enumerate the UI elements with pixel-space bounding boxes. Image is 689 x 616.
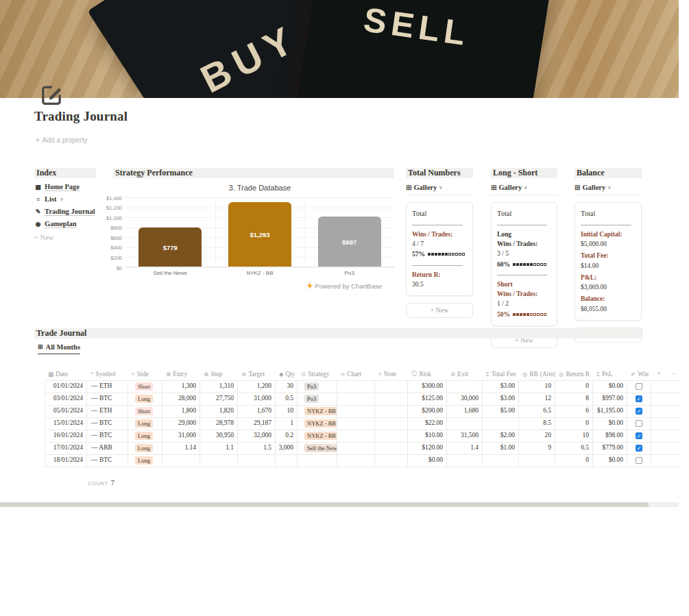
cell-rr_aim[interactable]: 9 xyxy=(519,443,555,454)
cell-entry[interactable]: 1,300 xyxy=(162,381,200,393)
cell-qty[interactable]: 0.2 xyxy=(276,430,298,442)
cell-strategy[interactable]: NYKZ - BB xyxy=(298,418,337,430)
cell-qty[interactable] xyxy=(276,455,298,467)
win-checkbox-unchecked[interactable] xyxy=(636,383,642,390)
cell-stop[interactable]: 28,978 xyxy=(200,418,238,430)
cell-chart[interactable] xyxy=(337,418,375,430)
cell-note[interactable] xyxy=(375,443,408,454)
gallery-card[interactable]: Total Initial Capital:$5,000.00Total Fee… xyxy=(575,202,642,321)
column-header-total_fee[interactable]: ΣTotal Fee xyxy=(483,367,519,380)
sidebar-item-trading-journal[interactable]: ✎Trading Journal xyxy=(34,208,96,215)
cell-target[interactable]: 1,200 xyxy=(238,381,276,393)
cell-win[interactable] xyxy=(627,418,651,430)
cell-exit[interactable] xyxy=(447,381,483,393)
cell-target[interactable]: 32,000 xyxy=(238,430,276,442)
column-header-strategy[interactable]: ⊙Strategy xyxy=(298,367,337,380)
cell-exit[interactable]: 31,500 xyxy=(447,430,483,442)
cell-side[interactable]: Short xyxy=(128,381,162,393)
cell-date[interactable]: 03/01/2024 xyxy=(45,393,87,405)
cell-qty[interactable]: 10 xyxy=(276,406,298,417)
cell-entry[interactable] xyxy=(162,455,200,467)
cell-exit[interactable]: 1,680 xyxy=(447,406,483,417)
cell-total_fee[interactable]: $5.00 xyxy=(483,406,519,417)
cell-stop[interactable]: 1,310 xyxy=(200,381,238,393)
column-header-win[interactable]: ✔Win xyxy=(627,367,651,380)
cell-rr_aim[interactable]: 6.5 xyxy=(519,406,555,417)
cell-win[interactable]: ✓ xyxy=(627,430,651,442)
cell-side[interactable]: Long xyxy=(128,455,162,467)
column-header-rr_aim[interactable]: ◎RR (Aim) xyxy=(519,367,555,380)
cell-entry[interactable]: 29,000 xyxy=(162,418,200,430)
cell-pnl[interactable]: $0.00 xyxy=(593,418,627,430)
tab-all-months[interactable]: ⊞ All Months xyxy=(38,343,80,354)
win-checkbox-checked[interactable]: ✓ xyxy=(636,445,642,452)
cell-side[interactable]: Long xyxy=(128,393,162,405)
cell-symbol[interactable]: — ETH xyxy=(87,381,128,393)
cell-return_r[interactable]: 0 xyxy=(555,381,593,393)
cell-return_r[interactable]: 6 xyxy=(555,406,593,417)
win-checkbox-checked[interactable]: ✓ xyxy=(636,395,642,402)
cell-total_fee[interactable]: $1.00 xyxy=(483,443,519,454)
cell-entry[interactable]: 31,000 xyxy=(162,430,200,442)
column-header-date[interactable]: ▦Date xyxy=(45,367,87,380)
column-header-qty[interactable]: ◆Qty xyxy=(276,367,298,380)
cell-risk[interactable]: $0.00 xyxy=(408,455,447,467)
cell-note[interactable] xyxy=(375,418,408,430)
page-icon[interactable] xyxy=(38,82,64,108)
cell-symbol[interactable]: — ETH xyxy=(87,406,128,417)
win-checkbox-checked[interactable]: ✓ xyxy=(636,432,642,439)
cell-side[interactable]: Long xyxy=(128,418,162,430)
column-header-pnl[interactable]: ΣPnL xyxy=(593,367,627,380)
cell-note[interactable] xyxy=(375,430,408,442)
gallery-card[interactable]: Total Long Wins / Trades: 3 / 5 60% Shor… xyxy=(491,202,557,326)
cell-date[interactable]: 05/01/2024 xyxy=(45,406,87,417)
cell-entry[interactable]: 28,000 xyxy=(162,393,200,405)
cell-risk[interactable]: $200.00 xyxy=(408,406,447,417)
cell-target[interactable]: 29,187 xyxy=(238,418,276,430)
view-selector[interactable]: ⊞ Gallery ∨ xyxy=(575,184,642,195)
cell-target[interactable]: 1.5 xyxy=(238,443,276,454)
cell-symbol[interactable]: — BTC xyxy=(87,430,128,442)
cell-total_fee[interactable] xyxy=(483,455,519,467)
gallery-card[interactable]: Total Wins / Trades: 4 / 7 57% Return R:… xyxy=(406,202,473,296)
cell-return_r[interactable]: 8 xyxy=(555,393,593,405)
win-checkbox-unchecked[interactable] xyxy=(636,457,642,464)
cell-pnl[interactable]: $779.00 xyxy=(593,443,627,454)
cell-strategy[interactable]: NYKZ - BB xyxy=(298,406,337,417)
cell-risk[interactable]: $120.00 xyxy=(408,443,447,454)
win-checkbox-checked[interactable]: ✓ xyxy=(636,408,642,415)
win-checkbox-unchecked[interactable] xyxy=(636,420,642,427)
cell-exit[interactable]: 30,000 xyxy=(447,393,483,405)
cell-pnl[interactable]: $98.00 xyxy=(593,430,627,442)
page-title[interactable]: Trading Journal xyxy=(34,109,128,124)
cell-qty[interactable]: 3,000 xyxy=(276,443,298,454)
column-header-chart[interactable]: ∞Chart xyxy=(337,367,375,380)
sidebar-item-home-page[interactable]: ▦Home Page xyxy=(34,183,96,190)
cell-win[interactable] xyxy=(627,455,651,467)
cell-return_r[interactable]: 6.5 xyxy=(555,443,593,454)
cell-stop[interactable]: 30,950 xyxy=(200,430,238,442)
cell-pnl[interactable]: $1,195.00 xyxy=(593,406,627,417)
cell-date[interactable]: 15/01/2024 xyxy=(45,418,87,430)
scrollbar-thumb[interactable] xyxy=(0,502,649,507)
cell-strategy[interactable] xyxy=(298,455,337,467)
cell-date[interactable]: 18/01/2024 xyxy=(45,455,87,467)
cell-note[interactable] xyxy=(375,393,408,405)
cell-exit[interactable]: 1.4 xyxy=(447,443,483,454)
cell-return_r[interactable]: 10 xyxy=(555,430,593,442)
cell-symbol[interactable]: — BTC xyxy=(87,418,128,430)
cell-stop[interactable] xyxy=(200,455,238,467)
cell-date[interactable]: 16/01/2024 xyxy=(45,430,87,442)
cell-rr_aim[interactable]: 12 xyxy=(519,393,555,405)
cell-chart[interactable] xyxy=(337,381,375,393)
cell-note[interactable] xyxy=(375,406,408,417)
sidebar-item-gameplan[interactable]: ◉Gameplan xyxy=(34,220,96,227)
new-page-link[interactable]: + New xyxy=(34,234,96,241)
cell-total_fee[interactable]: $2.00 xyxy=(483,430,519,442)
cell-total_fee[interactable]: $3.00 xyxy=(483,381,519,393)
cell-stop[interactable]: 27,750 xyxy=(200,393,238,405)
cell-strategy[interactable]: Po3 xyxy=(298,381,337,393)
cell-chart[interactable] xyxy=(337,443,375,454)
cell-risk[interactable]: $10.00 xyxy=(408,430,447,442)
cell-chart[interactable] xyxy=(337,393,375,405)
